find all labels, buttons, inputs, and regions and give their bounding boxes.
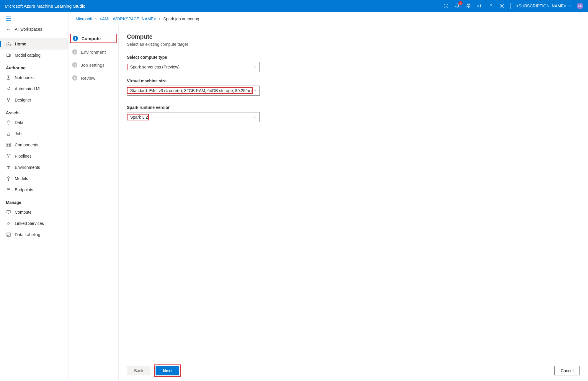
next-button[interactable]: Next [156, 366, 179, 375]
automl-icon [6, 86, 11, 91]
svg-point-20 [8, 157, 9, 158]
subscription-selector[interactable]: <SUBSCRIPTION_NAME> [516, 4, 571, 8]
sidebar-item-linked-services[interactable]: Linked Services [0, 218, 68, 229]
chevron-down-icon [253, 65, 257, 69]
sidebar-item-label: Data Labeling [15, 232, 40, 237]
top-header: Microsoft Azure Machine Learning Studio … [0, 0, 588, 12]
sidebar-item-label: Automated ML [15, 86, 42, 91]
breadcrumb-workspace[interactable]: <AML_WORKSPACE_NAME> [99, 17, 156, 21]
link-icon [6, 221, 11, 226]
sidebar-item-environments[interactable]: Environments [0, 162, 68, 173]
sidebar-item-components[interactable]: Components [0, 139, 68, 151]
chevron-right-icon: › [95, 17, 97, 21]
chevron-right-icon: › [159, 17, 161, 21]
svg-rect-17 [9, 145, 10, 147]
page-subtitle: Select an existing compute target [127, 42, 580, 47]
sidebar-item-all-workspaces[interactable]: All workspaces [0, 24, 68, 35]
step-review[interactable]: 4 Review [72, 75, 115, 81]
pipeline-icon [6, 153, 11, 159]
sidebar-item-notebooks[interactable]: Notebooks [0, 72, 68, 83]
sidebar-item-label: Components [15, 143, 38, 147]
step-environment[interactable]: 2 Environment [72, 49, 115, 55]
designer-icon [6, 97, 11, 103]
smile-icon[interactable] [499, 3, 505, 9]
endpoint-icon [6, 187, 11, 192]
svg-point-6 [503, 5, 503, 6]
breadcrumb: Microsoft › <AML_WORKSPACE_NAME> › Spark… [68, 12, 588, 26]
hamburger-icon[interactable] [0, 17, 68, 24]
sidebar-item-pipelines[interactable]: Pipelines [0, 151, 68, 162]
chevron-down-icon [568, 4, 571, 8]
edit-icon [6, 232, 11, 237]
step-number: 4 [72, 75, 77, 81]
svg-point-22 [8, 189, 9, 190]
svg-point-11 [9, 99, 10, 99]
sidebar-item-home[interactable]: Home [0, 38, 68, 50]
header-divider [510, 3, 511, 9]
help-icon[interactable] [488, 3, 494, 9]
sidebar-item-endpoints[interactable]: Endpoints [0, 184, 68, 195]
svg-point-18 [7, 154, 8, 155]
cancel-button[interactable]: Cancel [554, 366, 580, 375]
sidebar-item-label: Data [15, 120, 24, 125]
sidebar-item-compute[interactable]: Compute [0, 207, 68, 218]
compute-type-select[interactable]: Spark serverless (Preview) [127, 62, 260, 72]
monitor-icon [6, 210, 11, 215]
flask-icon [6, 131, 11, 136]
step-compute[interactable]: 1 Compute [73, 35, 114, 42]
svg-point-19 [9, 154, 10, 155]
sidebar-item-jobs[interactable]: Jobs [0, 128, 68, 139]
sidebar-item-data-labeling[interactable]: Data Labeling [0, 229, 68, 240]
sidebar-item-data[interactable]: Data [0, 117, 68, 128]
left-sidebar: All workspaces Home Model catalog Author… [0, 12, 68, 381]
breadcrumb-root[interactable]: Microsoft [76, 17, 92, 21]
breadcrumb-current: Spark job authoring [163, 17, 199, 21]
step-label: Environment [81, 50, 106, 55]
environment-icon [6, 165, 11, 170]
sidebar-item-model-catalog[interactable]: Model catalog [0, 50, 68, 61]
svg-rect-16 [7, 145, 8, 147]
subscription-label: <SUBSCRIPTION_NAME> [516, 4, 566, 8]
step-connector [75, 42, 75, 49]
content-area: Microsoft › <AML_WORKSPACE_NAME> › Spark… [68, 12, 588, 381]
step-job-settings[interactable]: 3 Job settings [72, 62, 115, 68]
step-number: 3 [72, 62, 77, 68]
svg-point-9 [9, 87, 10, 88]
svg-rect-15 [9, 143, 10, 145]
svg-point-3 [491, 7, 491, 7]
step-label: Review [81, 76, 95, 81]
svg-rect-7 [7, 54, 9, 56]
app-title: Microsoft Azure Machine Learning Studio [5, 4, 443, 9]
sidebar-item-automl[interactable]: Automated ML [0, 83, 68, 94]
step-label: Job settings [81, 63, 104, 68]
wizard-footer: Back Next Cancel [119, 360, 588, 381]
header-actions: 2 <SUBSCRIPTION_NAME> CU [443, 3, 583, 9]
sidebar-item-label: Jobs [15, 131, 24, 136]
sidebar-item-designer[interactable]: Designer [0, 94, 68, 106]
sidebar-item-models[interactable]: Models [0, 173, 68, 184]
notebook-icon [6, 75, 11, 80]
svg-rect-14 [7, 143, 8, 145]
sidebar-item-label: Models [15, 176, 28, 181]
vm-size-select[interactable]: Standard_E4s_v3 (4 core(s), 32GB RAM, 64… [127, 86, 260, 96]
gear-icon[interactable] [466, 3, 471, 9]
step-number: 2 [72, 49, 77, 55]
clock-icon[interactable] [443, 3, 449, 9]
home-icon [6, 41, 11, 47]
bell-icon[interactable]: 2 [454, 3, 460, 9]
select-value: Spark 3.2 [127, 114, 149, 120]
chevron-down-icon [253, 115, 257, 119]
sidebar-section-manage: Manage [0, 195, 68, 207]
sidebar-item-label: All workspaces [15, 27, 42, 32]
sidebar-item-label: Compute [15, 210, 32, 215]
sidebar-item-label: Pipelines [15, 154, 32, 158]
megaphone-icon[interactable] [477, 3, 483, 9]
svg-point-5 [502, 5, 502, 6]
runtime-select[interactable]: Spark 3.2 [127, 112, 260, 122]
svg-point-13 [7, 121, 10, 122]
avatar[interactable]: CU [577, 3, 583, 9]
select-value: Spark serverless (Preview) [127, 64, 180, 70]
svg-point-12 [8, 101, 9, 102]
back-button[interactable]: Back [127, 366, 151, 375]
svg-rect-24 [7, 233, 10, 236]
